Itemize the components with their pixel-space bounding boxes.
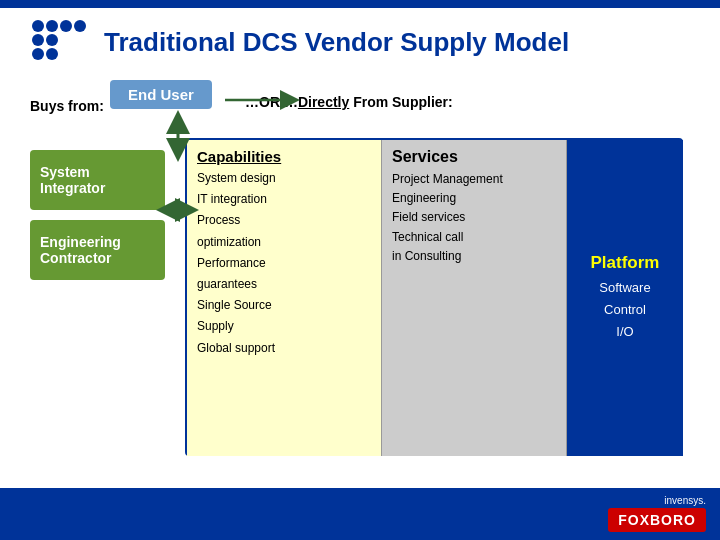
title-row: Traditional DCS Vendor Supply Model (30, 18, 690, 66)
services-list: Project ManagementEngineeringField servi… (382, 170, 566, 266)
logo-icon (30, 18, 90, 66)
capability-item: guarantees (197, 275, 371, 294)
platform-section: Platform SoftwareControlI/O (567, 140, 683, 456)
page-title: Traditional DCS Vendor Supply Model (104, 27, 569, 58)
platform-item: Software (599, 277, 650, 299)
or-label: …OR …Directly From Supplier: (245, 94, 453, 110)
capabilities-list: System designIT integrationProcess optim… (187, 169, 381, 358)
services-title: Services (382, 140, 566, 170)
svg-point-6 (32, 48, 44, 60)
services-section: Services Project ManagementEngineeringFi… (382, 140, 567, 456)
system-integrator-box: System Integrator (30, 150, 165, 210)
capability-item: Global support (197, 339, 371, 358)
svg-point-2 (60, 20, 72, 32)
service-item: Engineering (392, 189, 556, 208)
capability-item: Single Source (197, 296, 371, 315)
svg-point-3 (74, 20, 86, 32)
engineering-contractor-box: Engineering Contractor (30, 220, 165, 280)
service-item: in Consulting (392, 247, 556, 266)
svg-point-1 (46, 20, 58, 32)
engineering-contractor-label: Engineering Contractor (40, 234, 121, 266)
svg-point-5 (46, 34, 58, 46)
capability-item: Process (197, 211, 371, 230)
system-integrator-label: System Integrator (40, 164, 105, 196)
left-boxes: System Integrator Engineering Contractor (30, 150, 165, 280)
platform-title: Platform (591, 253, 660, 273)
capabilities-section: Capabilities System designIT integration… (187, 140, 382, 456)
capability-item: Supply (197, 317, 371, 336)
capability-item: IT integration (197, 190, 371, 209)
svg-point-0 (32, 20, 44, 32)
buys-from-label: Buys from: (30, 98, 104, 114)
main-content: Traditional DCS Vendor Supply Model Buys… (0, 8, 720, 470)
service-item: Field services (392, 208, 556, 227)
diagram: Buys from: End User …OR …Directly From S… (30, 80, 690, 470)
from-supplier-text: From Supplier: (349, 94, 452, 110)
capabilities-title: Capabilities (187, 140, 381, 169)
invensys-text: invensys. (664, 495, 706, 506)
svg-point-7 (46, 48, 58, 60)
or-text: …OR … (245, 94, 298, 110)
svg-point-4 (32, 34, 44, 46)
capability-item: System design (197, 169, 371, 188)
service-item: Technical call (392, 228, 556, 247)
foxboro-area: invensys. FOXBORO (608, 495, 706, 532)
service-item: Project Management (392, 170, 556, 189)
capability-item: Performance (197, 254, 371, 273)
directly-text: Directly (298, 94, 349, 110)
bottom-bar: invensys. FOXBORO (0, 488, 720, 540)
platform-list: SoftwareControlI/O (599, 277, 650, 343)
foxboro-logo: FOXBORO (608, 508, 706, 532)
capability-item: optimization (197, 233, 371, 252)
outer-box: DCS Manufacturer Capabilities System des… (185, 138, 683, 456)
top-bar (0, 0, 720, 8)
end-user-box: End User (110, 80, 212, 109)
platform-item: I/O (599, 321, 650, 343)
platform-item: Control (599, 299, 650, 321)
